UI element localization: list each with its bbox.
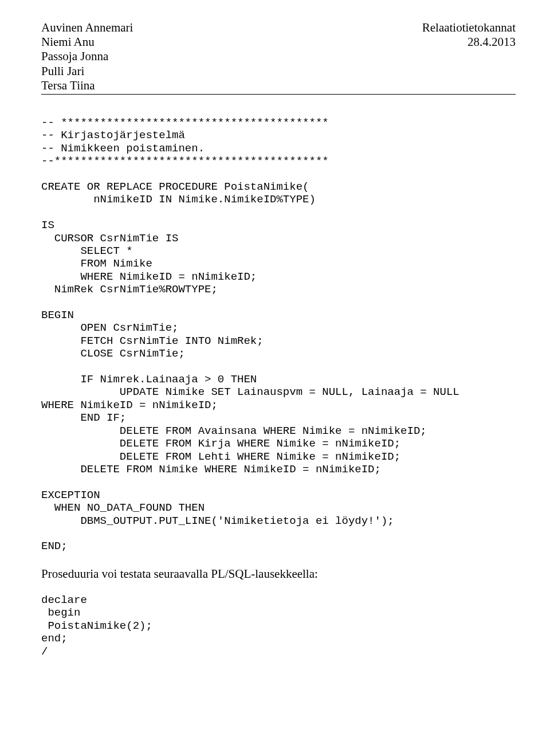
- document-date: 28.4.2013: [422, 35, 516, 49]
- header-divider: [41, 94, 516, 95]
- body-paragraph: Proseduuria voi testata seuraavalla PL/S…: [41, 567, 516, 581]
- header-meta: Relaatiotietokannat 28.4.2013: [422, 21, 516, 49]
- author-line: Passoja Jonna: [41, 49, 133, 64]
- author-line: Auvinen Annemari: [41, 21, 133, 35]
- code-block-main: -- *************************************…: [41, 116, 516, 553]
- author-line: Tersa Tiina: [41, 79, 133, 93]
- document-header: Auvinen Annemari Niemi Anu Passoja Jonna…: [41, 21, 516, 93]
- author-line: Niemi Anu: [41, 35, 133, 49]
- author-list: Auvinen Annemari Niemi Anu Passoja Jonna…: [41, 21, 133, 93]
- course-name: Relaatiotietokannat: [422, 21, 516, 35]
- author-line: Pulli Jari: [41, 64, 133, 79]
- code-block-test: declare begin PoistaNimike(2); end; /: [41, 594, 516, 658]
- document-page: Auvinen Annemari Niemi Anu Passoja Jonna…: [0, 0, 550, 692]
